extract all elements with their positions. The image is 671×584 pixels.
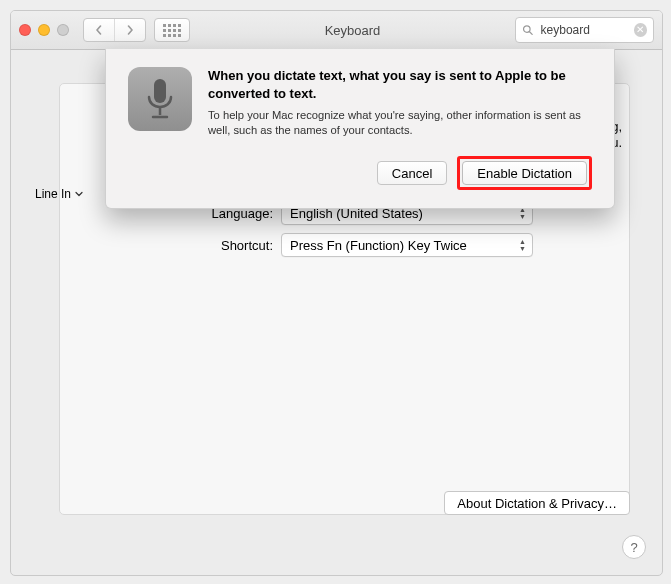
- shortcut-label: Shortcut:: [189, 238, 273, 253]
- window-title: Keyboard: [198, 23, 507, 38]
- titlebar: Keyboard ✕: [11, 11, 662, 50]
- chevron-right-icon: [125, 25, 135, 35]
- about-dictation-button[interactable]: About Dictation & Privacy…: [444, 491, 630, 515]
- nav-buttons: [83, 18, 146, 42]
- annotation-highlight: Enable Dictation: [457, 156, 592, 190]
- back-button[interactable]: [84, 19, 115, 41]
- search-input[interactable]: [539, 22, 629, 38]
- input-source-label: Line In: [35, 187, 71, 201]
- grid-icon: [163, 24, 181, 37]
- svg-line-1: [529, 32, 532, 35]
- help-icon: ?: [630, 540, 637, 555]
- input-source-menu[interactable]: Line In: [35, 187, 83, 201]
- sheet-body: To help your Mac recognize what you're s…: [208, 108, 592, 138]
- shortcut-select[interactable]: Press Fn (Function) Key Twice ▲▼: [281, 233, 533, 257]
- chevron-left-icon: [94, 25, 104, 35]
- microphone-icon: [144, 77, 176, 121]
- dictation-app-icon: [128, 67, 192, 131]
- cancel-button[interactable]: Cancel: [377, 161, 447, 185]
- search-field[interactable]: ✕: [515, 17, 654, 43]
- show-all-button[interactable]: [154, 18, 190, 42]
- clear-icon[interactable]: ✕: [634, 23, 647, 37]
- updown-icon: ▲▼: [519, 238, 526, 252]
- window-controls: [19, 24, 69, 36]
- confirmation-sheet: When you dictate text, what you say is s…: [105, 49, 615, 209]
- help-button[interactable]: ?: [622, 535, 646, 559]
- close-icon[interactable]: [19, 24, 31, 36]
- enable-dictation-button[interactable]: Enable Dictation: [462, 161, 587, 185]
- minimize-icon[interactable]: [38, 24, 50, 36]
- svg-rect-2: [154, 79, 166, 103]
- search-icon: [522, 24, 534, 36]
- preferences-window: Keyboard ✕ ng, enu. Line In Language: En…: [10, 10, 663, 576]
- sheet-heading: When you dictate text, what you say is s…: [208, 67, 592, 102]
- chevron-down-icon: [75, 190, 83, 198]
- shortcut-value: Press Fn (Function) Key Twice: [290, 238, 467, 253]
- forward-button[interactable]: [115, 19, 145, 41]
- zoom-icon: [57, 24, 69, 36]
